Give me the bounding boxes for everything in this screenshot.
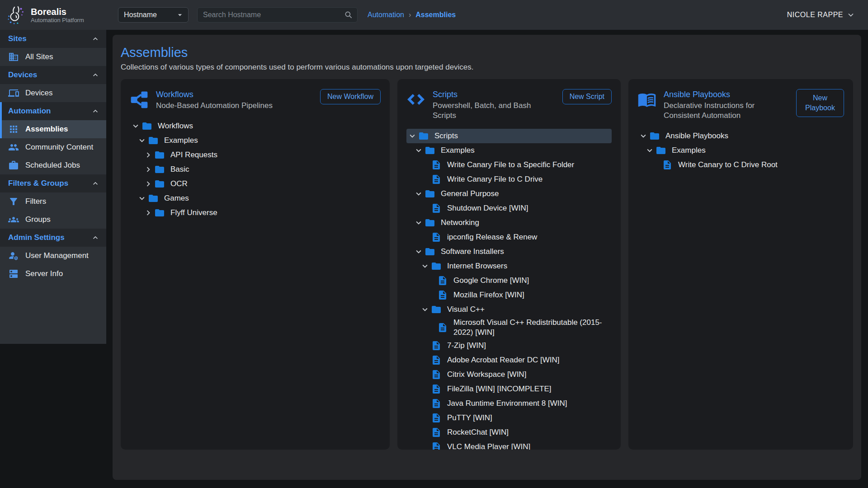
sidebar-item-label: Devices: [25, 89, 52, 98]
tree-item-software-installers[interactable]: Software Installers: [406, 244, 612, 259]
page-title: Assemblies: [121, 45, 853, 60]
card-ansible-header: Ansible Playbooks Declarative Instructio…: [637, 89, 844, 121]
tree-item-workflows[interactable]: Workflows: [130, 119, 381, 133]
chevron-down-icon[interactable]: [413, 218, 425, 228]
tree-item-adobe-acrobat-reader-dc-win[interactable]: Adobe Acrobat Reader DC [WIN]: [406, 353, 612, 367]
card-subtitle: Declarative Instructions for Consistent …: [664, 101, 789, 121]
chevron-right-icon[interactable]: [142, 179, 154, 189]
sidebar-item-scheduled-jobs[interactable]: Scheduled Jobs: [0, 156, 106, 174]
sidebar-section-sites[interactable]: Sites: [0, 30, 106, 48]
chevron-down-icon[interactable]: [644, 145, 656, 155]
user-gear-icon: [8, 250, 19, 261]
search-input[interactable]: [197, 7, 358, 23]
new-playbook-button[interactable]: New Playbook: [796, 89, 844, 117]
card-scripts: Scripts Powershell, Batch, and Bash Scri…: [397, 79, 621, 450]
chevron-right-icon[interactable]: [142, 164, 154, 174]
hostname-select[interactable]: Hostname: [118, 7, 189, 23]
tree-item-games[interactable]: Games: [130, 191, 381, 206]
tree-item-microsoft-visual-c-redistributable-2015-2022-win[interactable]: Microsoft Visual C++ Redistributable (20…: [406, 317, 612, 338]
folder-icon: [649, 131, 660, 141]
chevron-down-icon[interactable]: [130, 121, 142, 131]
sidebar-item-filters[interactable]: Filters: [0, 192, 106, 211]
card-subtitle: Powershell, Batch, and Bash Scripts: [433, 101, 555, 121]
folder-icon: [142, 121, 152, 131]
tree-item-write-canary-to-c-drive-root[interactable]: Write Canary to C Drive Root: [637, 158, 844, 172]
chevron-down-icon[interactable]: [419, 305, 431, 314]
chevron-down-icon[interactable]: [419, 261, 431, 271]
tree-item-scripts[interactable]: Scripts: [406, 129, 612, 143]
tree-item-google-chrome-win[interactable]: Google Chrome [WIN]: [406, 273, 612, 288]
sidebar-section-devices[interactable]: Devices: [0, 66, 106, 84]
tree-item-label: Visual C++: [447, 304, 485, 315]
sidebar-item-community-content[interactable]: Community Content: [0, 138, 106, 156]
sidebar-section-filters-groups[interactable]: Filters & Groups: [0, 174, 106, 192]
tree-item-7-zip-win[interactable]: 7-Zip [WIN]: [406, 338, 612, 353]
chevron-right-icon[interactable]: [142, 150, 154, 160]
tree-item-java-runtime-environment-8-win[interactable]: Java Runtime Environment 8 [WIN]: [406, 396, 612, 411]
tree-item-examples[interactable]: Examples: [406, 143, 612, 158]
breadcrumb-item-assemblies[interactable]: Assemblies: [415, 11, 456, 19]
main-panel: Assemblies Collections of various types …: [113, 35, 861, 480]
tree-item-label: Games: [164, 192, 189, 204]
new-script-button[interactable]: New Script: [562, 89, 612, 104]
chevron-right-icon[interactable]: [142, 208, 154, 218]
tree-item-visual-c[interactable]: Visual C++: [406, 302, 612, 317]
chevron-down-icon[interactable]: [406, 131, 418, 141]
new-workflow-button[interactable]: New Workflow: [320, 89, 381, 104]
folder-icon: [154, 207, 165, 218]
tree-item-filezilla-win-incomplete[interactable]: FileZilla [WIN] [INCOMPLETE]: [406, 382, 612, 396]
sidebar-item-user-management[interactable]: User Management: [0, 247, 106, 265]
tree-item-citrix-workspace-win[interactable]: Citrix Workspace [WIN]: [406, 367, 612, 382]
folder-icon: [431, 304, 442, 315]
sidebar-item-server-info[interactable]: Server Info: [0, 265, 106, 283]
tree-item-vlc-media-player-win[interactable]: VLC Media Player [WIN]: [406, 440, 612, 450]
tree-item-examples[interactable]: Examples: [130, 133, 381, 148]
tree-item-general-purpose[interactable]: General Purpose: [406, 187, 612, 201]
chevron-spacer: [419, 370, 431, 380]
sidebar-item-groups[interactable]: Groups: [0, 211, 106, 229]
folder-icon: [154, 150, 165, 160]
sidebar-item-all-sites[interactable]: All Sites: [0, 48, 106, 66]
tree-item-write-canary-file-to-a-specific-folder[interactable]: Write Canary File to a Specific Folder: [406, 158, 612, 172]
chevron-down-icon[interactable]: [637, 131, 649, 141]
file-icon: [437, 290, 448, 300]
file-icon: [431, 203, 442, 214]
chevron-down-icon[interactable]: [413, 247, 425, 257]
caret-down-icon: [175, 10, 184, 19]
tree-item-internet-browsers[interactable]: Internet Browsers: [406, 259, 612, 273]
tree-item-rocketchat-win[interactable]: RocketChat [WIN]: [406, 425, 612, 440]
sidebar-item-devices[interactable]: Devices: [0, 84, 106, 102]
tree-item-write-canary-file-to-c-drive[interactable]: Write Canary File to C Drive: [406, 172, 612, 187]
folder-icon: [425, 217, 435, 228]
tree-item-examples[interactable]: Examples: [637, 143, 844, 158]
tree-item-label: RocketChat [WIN]: [447, 427, 509, 438]
user-menu[interactable]: NICOLE RAPPE: [787, 10, 855, 19]
file-icon: [431, 369, 442, 380]
tree-item-ipconfig-release-renew[interactable]: ipconfig Release & Renew: [406, 230, 612, 244]
sidebar-section-automation[interactable]: Automation: [0, 102, 106, 120]
breadcrumb-item-automation[interactable]: Automation: [368, 11, 404, 19]
tree-item-ansible-playbooks[interactable]: Ansible Playbooks: [637, 129, 844, 143]
tree-item-label: Ansible Playbooks: [665, 130, 728, 142]
tree-item-basic[interactable]: Basic: [130, 162, 381, 177]
tree-item-api-requests[interactable]: API Requests: [130, 148, 381, 162]
file-icon: [431, 232, 442, 243]
tree-item-putty-win[interactable]: PuTTY [WIN]: [406, 411, 612, 425]
chevron-down-icon[interactable]: [413, 189, 425, 199]
sidebar-item-assemblies[interactable]: Assemblies: [0, 120, 106, 138]
tree-item-mozilla-firefox-win[interactable]: Mozilla Firefox [WIN]: [406, 288, 612, 302]
grid-icon: [8, 124, 19, 135]
chevron-down-icon[interactable]: [136, 193, 148, 203]
book-icon: [637, 90, 656, 109]
folder-icon: [425, 188, 435, 199]
filter-icon: [8, 196, 19, 207]
tree-item-shutdown-device-win[interactable]: Shutdown Device [WIN]: [406, 201, 612, 216]
card-ansible: Ansible Playbooks Declarative Instructio…: [628, 79, 853, 450]
chevron-down-icon[interactable]: [136, 136, 148, 145]
tree-item-flyff-universe[interactable]: Flyff Universe: [130, 206, 381, 220]
sidebar-section-admin-settings[interactable]: Admin Settings: [0, 229, 106, 247]
tree-item-ocr[interactable]: OCR: [130, 177, 381, 191]
code-icon: [406, 90, 425, 109]
chevron-down-icon[interactable]: [413, 145, 425, 155]
tree-item-networking[interactable]: Networking: [406, 216, 612, 230]
